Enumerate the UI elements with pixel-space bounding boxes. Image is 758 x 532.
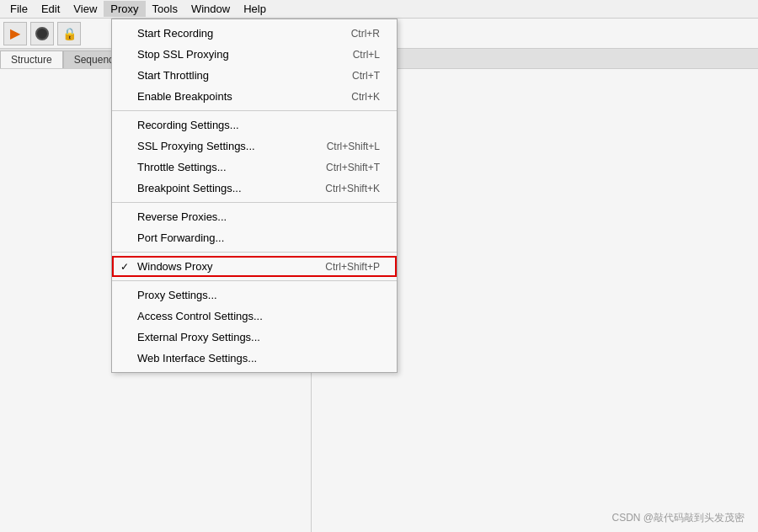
- checkmark-icon: ✓: [120, 261, 129, 273]
- menu-item-label: Stop SSL Proxying: [137, 48, 229, 61]
- menu-item-label: Reverse Proxies...: [137, 210, 227, 223]
- menu-item-label: Web Interface Settings...: [137, 352, 257, 364]
- proxy-menu-item-6[interactable]: Throttle Settings...Ctrl+Shift+T: [112, 157, 397, 178]
- menu-item-label: Access Control Settings...: [137, 310, 263, 322]
- menu-separator: [112, 110, 397, 111]
- proxy-menu-item-13[interactable]: External Proxy Settings...: [112, 327, 397, 348]
- proxy-menu-item-11[interactable]: Proxy Settings...: [112, 285, 397, 306]
- menu-item-label: External Proxy Settings...: [137, 331, 260, 343]
- menu-separator: [112, 252, 397, 253]
- menu-item-label: Recording Settings...: [137, 119, 239, 131]
- proxy-dropdown-menu: Start RecordingCtrl+RStop SSL ProxyingCt…: [111, 19, 398, 373]
- menu-separator: [112, 280, 397, 281]
- proxy-menu-item-0[interactable]: Start RecordingCtrl+R: [112, 23, 397, 44]
- menu-item-label: Enable Breakpoints: [137, 90, 232, 103]
- proxy-menu-item-14[interactable]: Web Interface Settings...: [112, 348, 397, 369]
- menu-item-label: Start Recording: [137, 27, 213, 40]
- dropdown-overlay[interactable]: Start RecordingCtrl+RStop SSL ProxyingCt…: [0, 0, 758, 532]
- menu-item-shortcut: Ctrl+Shift+T: [326, 162, 380, 173]
- menu-separator: [112, 202, 397, 203]
- menu-item-label: Throttle Settings...: [137, 161, 227, 173]
- menu-item-label: Start Throttling: [137, 69, 209, 82]
- menu-item-label: SSL Proxying Settings...: [137, 140, 255, 152]
- proxy-menu-item-7[interactable]: Breakpoint Settings...Ctrl+Shift+K: [112, 178, 397, 199]
- menu-item-shortcut: Ctrl+Shift+L: [327, 141, 380, 152]
- menu-item-shortcut: Ctrl+K: [351, 91, 380, 103]
- menu-item-shortcut: Ctrl+L: [353, 49, 380, 61]
- proxy-menu-item-12[interactable]: Access Control Settings...: [112, 306, 397, 327]
- proxy-menu-item-8[interactable]: Reverse Proxies...: [112, 206, 397, 227]
- menu-item-label: Breakpoint Settings...: [137, 182, 242, 194]
- menu-item-label: Proxy Settings...: [137, 289, 217, 301]
- proxy-menu-item-4[interactable]: Recording Settings...: [112, 114, 397, 136]
- proxy-menu-item-5[interactable]: SSL Proxying Settings...Ctrl+Shift+L: [112, 136, 397, 157]
- menu-item-label: Windows Proxy: [137, 260, 213, 273]
- proxy-menu-item-10[interactable]: ✓Windows ProxyCtrl+Shift+P: [112, 256, 397, 277]
- proxy-menu-item-9[interactable]: Port Forwarding...: [112, 227, 397, 248]
- menu-item-label: Port Forwarding...: [137, 231, 224, 244]
- menu-item-shortcut: Ctrl+Shift+K: [325, 183, 380, 194]
- menu-item-shortcut: Ctrl+Shift+P: [325, 261, 380, 273]
- proxy-menu-item-3[interactable]: Enable BreakpointsCtrl+K: [112, 86, 397, 107]
- proxy-menu-item-2[interactable]: Start ThrottlingCtrl+T: [112, 65, 397, 86]
- proxy-menu-item-1[interactable]: Stop SSL ProxyingCtrl+L: [112, 44, 397, 65]
- menu-item-shortcut: Ctrl+R: [351, 28, 380, 40]
- menu-item-shortcut: Ctrl+T: [352, 70, 380, 82]
